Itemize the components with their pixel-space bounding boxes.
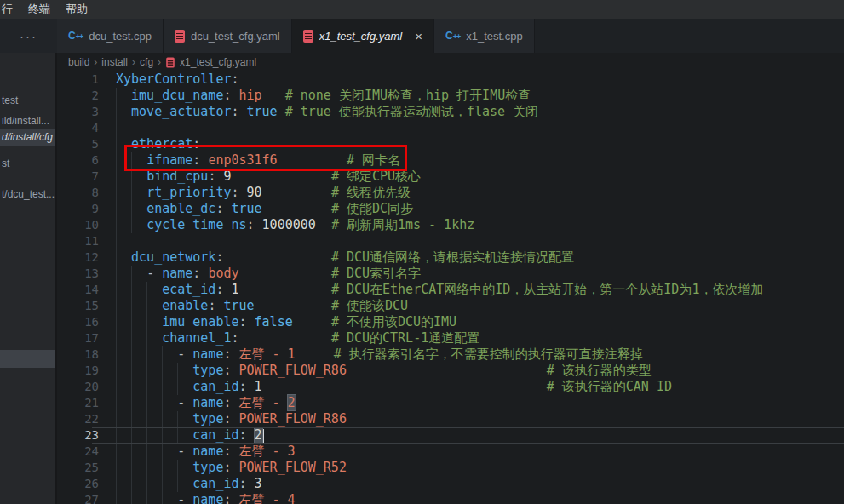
editor-line-9[interactable]: enable_dc: true # 使能DC同步 xyxy=(116,201,844,217)
indent-guide xyxy=(177,411,178,427)
line-number[interactable]: 15 xyxy=(57,298,99,314)
code-segment xyxy=(255,298,331,313)
breadcrumb-item[interactable]: cfg xyxy=(140,56,153,68)
line-number[interactable]: 16 xyxy=(57,314,99,330)
editor-line-19[interactable]: type: POWER_FLOW_R86 # 该执行器的类型 xyxy=(116,363,844,379)
line-number[interactable]: 2 xyxy=(57,88,99,104)
sidebar-item[interactable]: test xyxy=(0,92,55,109)
editor-line-15[interactable]: enable: true # 使能该DCU xyxy=(116,298,844,314)
line-number[interactable]: 19 xyxy=(57,363,99,379)
sidebar-item[interactable]: ild/install... xyxy=(0,112,55,129)
editor-line-17[interactable]: channel_1: # DCU的CTRL-1通道配置 xyxy=(116,330,844,346)
indent-guide xyxy=(177,427,178,444)
code-segment: : xyxy=(231,330,238,346)
code-segment xyxy=(116,330,162,346)
line-number[interactable]: 3 xyxy=(57,104,99,120)
editor-line-1[interactable]: XyberController: xyxy=(116,72,844,88)
line-number[interactable]: 22 xyxy=(57,411,99,427)
line-number[interactable]: 10 xyxy=(57,217,99,233)
line-number[interactable]: 20 xyxy=(57,379,99,395)
editor-line-10[interactable]: cycle_time_ns: 1000000 # 刷新周期1ms - 1khz xyxy=(116,217,844,233)
code-segment: - xyxy=(177,492,192,504)
editor-line-6[interactable]: ifname: enp0s31f6 # 网卡名 xyxy=(116,152,844,169)
indent-guide xyxy=(131,282,132,298)
indent-guide xyxy=(146,476,147,492)
editor-line-27[interactable]: - name: 左臂 - 4 xyxy=(116,492,844,504)
line-number[interactable]: 4 xyxy=(57,120,99,136)
tab-close-icon[interactable]: × xyxy=(415,30,422,43)
code-segment: : xyxy=(239,427,247,443)
editor-line-5[interactable]: ethercat: xyxy=(116,136,844,152)
code-segment: true xyxy=(231,201,261,216)
line-number[interactable]: 17 xyxy=(57,330,99,346)
line-number[interactable]: 26 xyxy=(57,476,99,492)
line-number[interactable]: 5 xyxy=(57,136,99,152)
tab-label: x1_test.cpp xyxy=(466,30,523,43)
cpp-file-icon: C++ xyxy=(68,30,83,42)
code-segment: POWER_FLOW_R86 xyxy=(239,363,347,378)
tab-label: x1_test_cfg.yaml xyxy=(319,30,403,43)
code-segment: # true 使能执行器运动测试，flase 关闭 xyxy=(285,104,538,119)
sidebar-item[interactable]: st xyxy=(0,155,55,172)
line-number[interactable]: 12 xyxy=(57,249,99,266)
tab-x1_test_cfg.yaml[interactable]: x1_test_cfg.yaml× xyxy=(292,19,434,53)
editor-line-20[interactable]: can_id: 1 # 该执行器的CAN ID xyxy=(116,379,844,395)
indent-guide xyxy=(131,427,132,444)
sidebar-item[interactable]: d/install/cfg xyxy=(0,129,55,146)
line-number[interactable]: 24 xyxy=(57,444,99,460)
editor-line-3[interactable]: move_actuator: true # true 使能执行器运动测试，fla… xyxy=(116,104,844,120)
code-segment: # 执行器索引名字，不需要控制的执行器可直接注释掉 xyxy=(334,346,643,362)
menubar-item[interactable]: 终端 xyxy=(20,0,58,19)
editor-line-26[interactable]: can_id: 3 xyxy=(116,476,844,492)
yaml-file-icon xyxy=(166,57,175,67)
editor-line-13[interactable]: - name: body # DCU索引名字 xyxy=(116,266,844,282)
line-number[interactable]: 23 xyxy=(57,427,99,444)
line-number[interactable]: 1 xyxy=(57,72,99,88)
line-number[interactable]: 8 xyxy=(57,185,99,201)
menubar-item[interactable]: 行 xyxy=(0,0,20,19)
menubar-item[interactable]: 帮助 xyxy=(58,0,95,19)
code-editor[interactable]: 1XyberController:2 imu_dcu_name: hip # n… xyxy=(57,72,844,504)
editor-line-23[interactable]: can_id: 2 xyxy=(116,427,844,444)
line-number[interactable]: 25 xyxy=(57,460,99,476)
tab-dcu_test_cfg.yaml[interactable]: dcu_test_cfg.yaml xyxy=(164,19,292,53)
yaml-file-icon xyxy=(303,30,313,43)
editor-line-16[interactable]: imu_enable: false # 不使用该DCU的IMU xyxy=(116,314,844,330)
code-segment: 1 xyxy=(255,379,262,394)
editor-line-21[interactable]: - name: 左臂 - 2 xyxy=(116,395,844,411)
tab-x1_test.cpp[interactable]: C++x1_test.cpp xyxy=(434,19,535,53)
line-number[interactable]: 13 xyxy=(57,266,99,282)
sidebar-highlight-bar[interactable] xyxy=(0,350,55,368)
editor-line-4[interactable] xyxy=(116,120,844,136)
line-number[interactable]: 11 xyxy=(57,233,99,249)
sidebar-item[interactable]: t/dcu_test... xyxy=(0,186,55,203)
editor-line-22[interactable]: type: POWER_FLOW_R86 xyxy=(116,411,844,427)
line-number[interactable]: 14 xyxy=(57,282,99,298)
editor-line-25[interactable]: type: POWER_FLOW_R52 xyxy=(116,460,844,476)
line-number[interactable]: 7 xyxy=(57,169,99,185)
line-number[interactable]: 18 xyxy=(57,346,99,363)
editor-line-2[interactable]: imu_dcu_name: hip # none 关闭IMU检查，hip 打开I… xyxy=(116,88,844,104)
editor-line-7[interactable]: bind_cpu: 9 # 绑定CPU核心 xyxy=(116,169,844,185)
editor-line-24[interactable]: - name: 左臂 - 3 xyxy=(116,444,844,460)
code-segment: : xyxy=(239,476,247,491)
line-number[interactable]: 21 xyxy=(57,395,99,411)
editor-line-18[interactable]: - name: 左臂 - 1 # 执行器索引名字，不需要控制的执行器可直接注释掉 xyxy=(116,346,844,363)
code-segment: type xyxy=(192,363,223,378)
breadcrumb-item[interactable]: build xyxy=(68,56,89,68)
breadcrumb-filename[interactable]: x1_test_cfg.yaml xyxy=(180,56,256,68)
code-segment: move_actuator xyxy=(131,104,231,119)
code-segment xyxy=(239,282,331,297)
overflow-ellipsis-icon[interactable]: ··· xyxy=(20,29,37,43)
line-number[interactable]: 27 xyxy=(57,492,99,504)
tab-dcu_test.cpp[interactable]: C++dcu_test.cpp xyxy=(57,19,164,53)
code-segment xyxy=(255,217,262,232)
line-number[interactable]: 6 xyxy=(57,152,99,169)
line-number[interactable]: 9 xyxy=(57,201,99,217)
editor-line-12[interactable]: dcu_network: # DCU通信网络，请根据实机连接情况配置 xyxy=(116,249,844,266)
breadcrumb-item[interactable]: install xyxy=(101,56,128,68)
editor-line-11[interactable] xyxy=(116,233,844,249)
editor-line-8[interactable]: rt_priority: 90 # 线程优先级 xyxy=(116,185,844,201)
editor-line-14[interactable]: ecat_id: 1 # DCU在EtherCAT网络中的ID，从主站开始，第一… xyxy=(116,282,844,298)
code-segment: # 刷新周期1ms - 1khz xyxy=(331,217,474,232)
